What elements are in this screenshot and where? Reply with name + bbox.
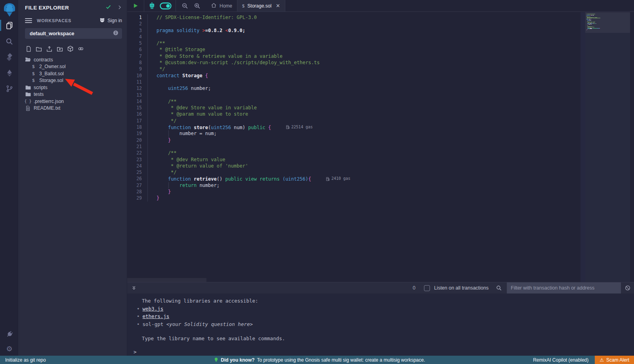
workspace-select[interactable]: default_workspace xyxy=(25,28,122,39)
code-line-15[interactable]: 15 * @dev Store value in variable xyxy=(127,105,585,111)
terminal-link[interactable]: web3.js xyxy=(143,306,164,312)
terminal-search-icon[interactable] xyxy=(496,285,502,291)
minimap[interactable] xyxy=(585,12,630,282)
cube-icon[interactable] xyxy=(67,45,74,52)
tree-item-label: scripts xyxy=(34,85,48,90)
upload-file-icon[interactable] xyxy=(46,46,53,52)
code-line-10[interactable]: 10contract Storage { xyxy=(127,72,585,79)
tree-item-readme-txt[interactable]: README.txt xyxy=(19,105,127,112)
line-number: 25 xyxy=(127,169,148,175)
sidebar-item-solidity-compiler[interactable] xyxy=(0,49,19,65)
sidebar-item-search[interactable] xyxy=(0,33,19,49)
code-line-23[interactable]: 23 * @dev Return value xyxy=(127,156,585,163)
sidebar-item-deploy-run[interactable] xyxy=(0,65,19,81)
line-content: * @custom:dev-run-script ./scripts/deplo… xyxy=(148,59,320,66)
code-line-20[interactable]: 20 } xyxy=(127,137,585,143)
link-icon[interactable] xyxy=(77,46,84,52)
code-line-1[interactable]: 1// SPDX-License-Identifier: GPL-3.0 xyxy=(127,14,585,21)
code-line-25[interactable]: 25 */ xyxy=(127,169,585,175)
code-editor[interactable]: 1// SPDX-License-Identifier: GPL-3.023pr… xyxy=(127,12,634,282)
sign-in-button[interactable]: Sign in xyxy=(99,17,122,24)
tab-storage-sol[interactable]: S Storage.sol ✕ xyxy=(237,0,285,11)
terminal-collapse-icon[interactable] xyxy=(131,285,137,291)
line-number: 13 xyxy=(127,92,148,98)
tree-item-label: .prettierrc.json xyxy=(34,99,64,104)
terminal-toolbar: 0 Listen on all transactions xyxy=(127,282,634,293)
remix-ide-window: ⚙ FILE EXPLORER WORKSPACES xyxy=(0,0,634,364)
transaction-filter-input[interactable] xyxy=(507,282,621,294)
tab-home[interactable]: Home xyxy=(206,0,237,11)
copilot-toggle[interactable] xyxy=(160,2,172,10)
sidebar-item-settings[interactable]: ⚙ xyxy=(0,342,19,356)
line-number: 10 xyxy=(127,72,148,79)
sidebar-item-plugin-manager[interactable] xyxy=(0,326,19,342)
code-line-26[interactable]: 26 function retrieve() public view retur… xyxy=(127,175,585,182)
code-line-27[interactable]: 27 return number; xyxy=(127,182,585,189)
git-branch-icon xyxy=(6,85,13,93)
terminal-link[interactable]: ethers.js xyxy=(143,313,170,319)
tree-item-2-owner-sol[interactable]: S2_Owner.sol xyxy=(19,63,127,71)
code-line-9[interactable]: 9 */ xyxy=(127,66,585,72)
ethereum-icon xyxy=(6,69,13,77)
sidebar-item-file-explorer[interactable] xyxy=(0,17,19,33)
code-line-13[interactable]: 13 xyxy=(127,92,585,98)
zoom-in-icon[interactable] xyxy=(194,2,201,9)
code-line-21[interactable]: 21 xyxy=(127,143,585,150)
code-line-6[interactable]: 6 * @title Storage xyxy=(127,46,585,53)
code-line-11[interactable]: 11 xyxy=(127,79,585,85)
new-file-icon[interactable] xyxy=(25,46,32,52)
code-line-8[interactable]: 8 * @custom:dev-run-script ./scripts/dep… xyxy=(127,59,585,66)
clear-console-icon[interactable] xyxy=(624,285,631,291)
minimap-slider[interactable] xyxy=(585,12,630,33)
code-line-16[interactable]: 16 * @param num value to store xyxy=(127,111,585,117)
ai-copilot-robot-icon[interactable] xyxy=(148,2,156,10)
git-init-button[interactable]: Initialize as git repo xyxy=(0,357,214,363)
line-content: * @dev Store & retrieve value in a varia… xyxy=(148,53,283,59)
tree-item-storage-sol[interactable]: SStorage.sol xyxy=(19,77,127,84)
code-line-7[interactable]: 7 * @dev Store & retrieve value in a var… xyxy=(127,53,585,59)
line-number: 24 xyxy=(127,163,148,169)
line-number: 28 xyxy=(127,189,148,195)
copilot-status: RemixAI Copilot (enabled) xyxy=(533,357,588,363)
code-line-22[interactable]: 22 /** xyxy=(127,150,585,156)
code-line-28[interactable]: 28 } xyxy=(127,189,585,195)
code-line-5[interactable]: 5/** xyxy=(127,40,585,46)
lightbulb-icon xyxy=(214,357,218,362)
file-tree: contractsS2_Owner.solS3_Ballot.solSStora… xyxy=(19,55,127,112)
code-line-24[interactable]: 24 * @return value of 'number' xyxy=(127,163,585,169)
code-line-18[interactable]: 18 function store(uint256 num) public {2… xyxy=(127,124,585,130)
line-content xyxy=(148,79,157,85)
code-line-2[interactable]: 2 xyxy=(127,21,585,27)
zoom-out-icon[interactable] xyxy=(181,2,188,9)
run-script-button[interactable] xyxy=(133,3,138,9)
line-number: 20 xyxy=(127,137,148,143)
code-line-17[interactable]: 17 */ xyxy=(127,118,585,124)
new-folder-icon[interactable] xyxy=(35,46,42,52)
bullet-icon: • xyxy=(137,306,140,312)
close-tab-icon[interactable]: ✕ xyxy=(276,3,280,9)
upload-folder-icon[interactable] xyxy=(56,46,63,52)
panel-chevron-right-icon[interactable] xyxy=(117,4,122,11)
workspaces-menu-icon[interactable] xyxy=(25,18,32,23)
listen-all-transactions-checkbox[interactable] xyxy=(424,285,430,291)
terminal-output[interactable]: The following libraries are accessible:•… xyxy=(127,293,634,356)
scam-alert-button[interactable]: ⚠ Scam Alert xyxy=(595,356,634,364)
tree-item-tests[interactable]: tests xyxy=(19,91,127,98)
line-number: 15 xyxy=(127,105,148,111)
horizontal-scrollbar-thumb[interactable] xyxy=(127,278,206,282)
code-line-4[interactable]: 4 xyxy=(127,34,585,40)
code-line-29[interactable]: 29} xyxy=(127,195,585,201)
remix-logo-icon[interactable] xyxy=(2,2,17,17)
tree-item--prettierrc-json[interactable]: { }.prettierrc.json xyxy=(19,98,127,105)
terminal-prompt[interactable]: > xyxy=(127,348,634,356)
code-line-12[interactable]: 12 uint256 number; xyxy=(127,85,585,91)
line-number: 6 xyxy=(127,46,148,53)
line-content: function store(uint256 num) public {2251… xyxy=(148,124,313,130)
code-line-14[interactable]: 14 /** xyxy=(127,98,585,105)
tree-item-scripts[interactable]: scripts xyxy=(19,84,127,91)
sidebar-item-git[interactable] xyxy=(0,81,19,97)
code-line-19[interactable]: 19 number = num; xyxy=(127,130,585,137)
code-line-3[interactable]: 3pragma solidity >=0.8.2 <0.9.0; xyxy=(127,27,585,34)
tree-item-3-ballot-sol[interactable]: S3_Ballot.sol xyxy=(19,70,127,77)
tree-item-contracts[interactable]: contracts xyxy=(19,56,127,63)
